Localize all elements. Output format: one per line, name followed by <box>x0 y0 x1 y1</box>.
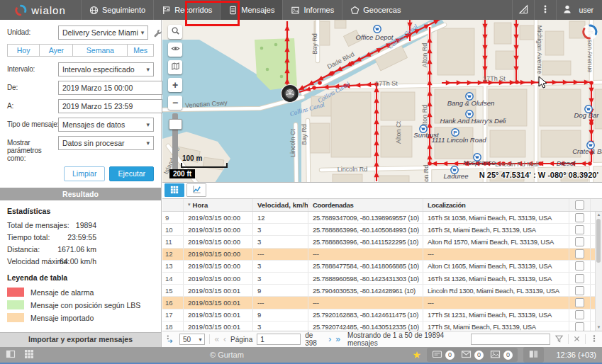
legend-swatch <box>7 288 24 297</box>
shop-poi-icon[interactable] <box>374 25 381 33</box>
unit-select[interactable]: Delivery Service Miami <box>58 25 148 40</box>
row-checkbox[interactable] <box>575 298 584 307</box>
execute-button[interactable]: Ejecutar <box>109 166 154 181</box>
tab-mensajes[interactable]: Mensajes <box>220 0 282 20</box>
select-all-checkbox[interactable] <box>575 200 584 210</box>
chart-view-button[interactable] <box>186 183 206 197</box>
stat-row: Tiempo total: 23:59:55 <box>7 233 154 245</box>
import-export-button[interactable]: Importar y exportar mensajes <box>0 332 161 347</box>
counter-badge: 0 <box>503 351 513 360</box>
page-label: Página <box>230 336 252 343</box>
table-row[interactable]: 15 2019/03/15 00:01 9 25.7904030535, -80… <box>162 285 602 297</box>
prev-page-button[interactable]: ‹ <box>223 335 226 343</box>
table-view-button[interactable] <box>165 183 184 197</box>
row-checkbox[interactable] <box>575 261 584 271</box>
range-ayer[interactable]: Ayer <box>39 44 73 57</box>
tab-seguimiento[interactable]: Seguimiento <box>81 0 153 20</box>
filter-input[interactable] <box>471 334 550 345</box>
show-params-select[interactable]: Datos sin procesar <box>58 136 154 150</box>
header-velocidad[interactable]: Velocidad, km/h <box>253 199 308 212</box>
row-checkbox[interactable] <box>575 274 584 283</box>
row-checkbox[interactable] <box>575 286 584 295</box>
message-type-select[interactable]: Mensajes de datos <box>58 118 154 132</box>
table-row[interactable]: 16 2019/03/15 00:01 --- --- --- <box>162 297 602 309</box>
tools-ruler-button[interactable] <box>512 0 534 20</box>
wrench-icon[interactable] <box>151 28 162 38</box>
table-row[interactable]: 13 2019/03/15 00:00 3 25.7888477584, -80… <box>162 261 602 273</box>
table-row[interactable]: 18 2019/03/15 00:01 3 25.7920742485, -80… <box>162 322 602 331</box>
row-checkbox[interactable] <box>575 310 584 319</box>
map-controls: + − <box>168 25 182 110</box>
map-canvas: Venetian CswyCollins CanalCollins CanalC… <box>162 20 602 183</box>
search-icon <box>171 26 180 38</box>
parking-poi-icon[interactable]: P <box>452 129 459 136</box>
user-menu-button[interactable] <box>556 0 578 20</box>
clear-button[interactable]: Limpiar <box>64 166 105 181</box>
counter[interactable]: 0 <box>432 349 455 360</box>
grid-icon <box>24 349 34 360</box>
scroll-up-arrow[interactable]: ▲ <box>596 212 602 218</box>
range-hoy[interactable]: Hoy <box>7 44 40 57</box>
counter[interactable]: 0 <box>461 349 484 360</box>
user-label[interactable]: user <box>578 0 602 20</box>
more-menu-button[interactable] <box>534 0 556 20</box>
table-scrollbar[interactable]: ▲ ▼ <box>595 212 602 331</box>
map-provider-logo[interactable] <box>581 23 598 40</box>
header-hora[interactable]: ▾ Hora <box>184 199 253 212</box>
from-label: De: <box>7 81 58 91</box>
zoom-in-button[interactable]: + <box>168 78 182 92</box>
row-checkbox[interactable] <box>575 213 584 222</box>
table-row[interactable]: 9 2019/03/15 00:00 12 25.7889347009, -80… <box>162 212 602 224</box>
wialon-app: wialon Seguimiento Recorridos Mensajes I… <box>0 0 602 364</box>
page-size-select[interactable]: 50 <box>179 334 205 345</box>
goto-message-button[interactable] <box>166 334 175 345</box>
header-localizacion[interactable]: Localización <box>423 199 569 212</box>
table-row[interactable]: 10 2019/03/15 00:00 3 25.7888863996, -80… <box>162 224 602 236</box>
zoom-slider-handle[interactable] <box>169 119 182 130</box>
range-mes[interactable]: Mes <box>127 44 154 57</box>
filter-funnel-button[interactable] <box>554 334 564 345</box>
table-row[interactable]: 14 2019/03/15 00:00 3 25.7888960598, -80… <box>162 273 602 285</box>
row-checkbox[interactable] <box>575 322 584 331</box>
map-search-button[interactable] <box>168 25 182 39</box>
log-book-button[interactable] <box>523 347 544 363</box>
scrollbar-thumb[interactable] <box>596 219 601 263</box>
from-date-input[interactable] <box>58 81 162 95</box>
statistics-section: Estadísticas Total de mensajes: 19894 Ti… <box>0 200 161 269</box>
header-coordenadas[interactable]: Coordenadas <box>308 199 423 212</box>
quick-range-buttons: HoyAyerSemanaMes <box>7 44 154 57</box>
row-checkbox[interactable] <box>575 225 584 234</box>
clear-filter-button[interactable] <box>573 335 581 344</box>
street-label: Alton Ct <box>395 120 402 144</box>
zoom-out-button[interactable]: − <box>168 96 182 110</box>
last-page-button[interactable]: » <box>335 335 340 343</box>
counter-badge: 0 <box>474 351 484 360</box>
next-page-button[interactable]: › <box>328 335 331 343</box>
poi-label: Dog Bar <box>574 111 600 119</box>
first-page-button[interactable]: « <box>214 335 219 343</box>
scroll-down-arrow[interactable]: ▼ <box>596 324 602 331</box>
map-view[interactable]: Venetian CswyCollins CanalCollins CanalC… <box>162 20 602 183</box>
favorites-star-button[interactable]: ★ <box>412 349 421 360</box>
poi-label: Bang & Olufsen <box>447 99 495 107</box>
row-checkbox[interactable] <box>575 249 584 258</box>
map-visibility-button[interactable] <box>168 42 182 57</box>
layout-panels-button[interactable] <box>6 349 16 360</box>
tab-informes[interactable]: Informes <box>282 0 342 20</box>
interval-select[interactable]: Intervalo especificado <box>58 62 154 76</box>
map-layers-button[interactable] <box>168 60 182 74</box>
table-row[interactable]: 12 2019/03/15 00:00 --- --- --- <box>162 249 602 261</box>
page-number-input[interactable] <box>257 334 301 345</box>
apps-grid-button[interactable] <box>24 349 34 360</box>
table-more-button[interactable] <box>590 334 598 344</box>
close-icon <box>573 335 581 344</box>
tab-geocercas[interactable]: Geocercas <box>342 0 408 20</box>
range-semana[interactable]: Semana <box>72 44 128 57</box>
table-row[interactable]: 17 2019/03/15 00:01 9 25.7920162883, -80… <box>162 309 602 322</box>
counter[interactable]: 0 <box>490 349 513 360</box>
tab-recorridos[interactable]: Recorridos <box>153 0 220 20</box>
table-row[interactable]: 11 2019/03/15 00:00 3 25.7888863996, -80… <box>162 236 602 248</box>
to-date-input[interactable] <box>58 99 162 113</box>
vehicle-marker[interactable] <box>282 85 299 103</box>
row-checkbox[interactable] <box>575 237 584 246</box>
